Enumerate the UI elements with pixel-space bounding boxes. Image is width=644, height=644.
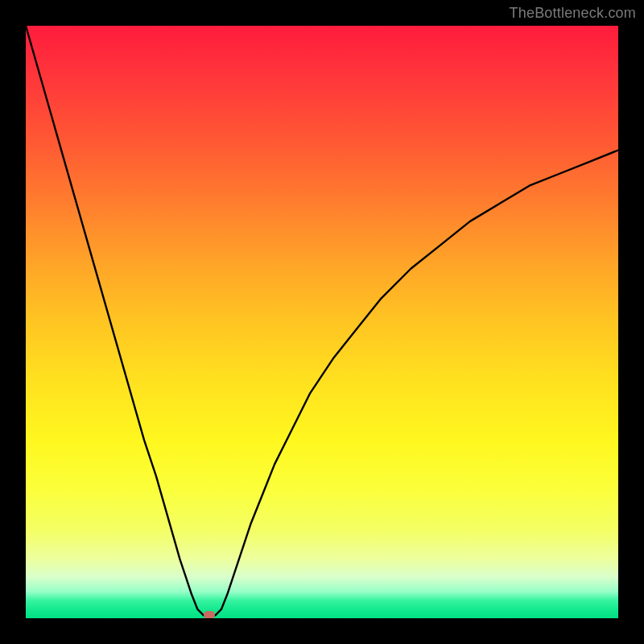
chart-stage: TheBottleneck.com xyxy=(0,0,644,644)
curve-layer xyxy=(26,26,618,618)
optimum-marker xyxy=(204,611,215,618)
plot-area xyxy=(26,26,618,618)
bottleneck-curve xyxy=(26,26,618,615)
watermark-text: TheBottleneck.com xyxy=(510,5,636,22)
